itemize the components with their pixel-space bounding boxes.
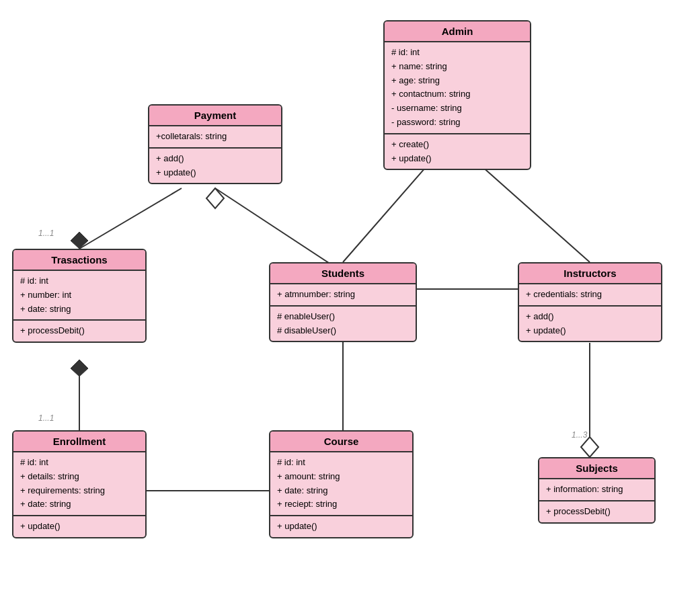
enrollment-header: Enrollment bbox=[13, 432, 145, 452]
payment-class: Payment +colletarals: string + add() + u… bbox=[148, 104, 282, 184]
payment-attributes: +colletarals: string bbox=[149, 126, 281, 149]
students-attributes: + atmnumber: string bbox=[270, 284, 416, 307]
svg-line-3 bbox=[215, 188, 343, 272]
course-methods: + update() bbox=[270, 516, 412, 537]
multiplicity-transactions-enrollment: 1...1 bbox=[38, 413, 54, 423]
svg-line-5 bbox=[79, 188, 182, 249]
instructors-methods: + add() + update() bbox=[519, 307, 661, 341]
students-class: Students + atmnumber: string # enableUse… bbox=[269, 262, 417, 342]
admin-attributes: # id: int + name: string + age: string +… bbox=[385, 42, 530, 134]
transactions-header: Trasactions bbox=[13, 250, 145, 271]
svg-marker-14 bbox=[581, 437, 598, 457]
subjects-class: Subjects + information: string + process… bbox=[538, 457, 656, 524]
subjects-header: Subjects bbox=[539, 458, 654, 479]
students-header: Students bbox=[270, 264, 416, 284]
subjects-attributes: + information: string bbox=[539, 479, 654, 501]
payment-header: Payment bbox=[149, 106, 281, 126]
enrollment-class: Enrollment # id: int + details: string +… bbox=[12, 430, 147, 538]
multiplicity-instructors-subjects: 1...3 bbox=[572, 430, 587, 440]
svg-marker-6 bbox=[71, 232, 88, 249]
payment-methods: + add() + update() bbox=[149, 149, 281, 184]
admin-header: Admin bbox=[385, 22, 530, 42]
instructors-class: Instructors + credentials: string + add(… bbox=[518, 262, 662, 342]
course-header: Course bbox=[270, 432, 412, 452]
svg-marker-8 bbox=[71, 360, 88, 376]
students-methods: # enableUser() # disableUser() bbox=[270, 307, 416, 341]
subjects-methods: + processDebit() bbox=[539, 501, 654, 522]
enrollment-attributes: # id: int + details: string + requiremen… bbox=[13, 452, 145, 516]
transactions-methods: + processDebit() bbox=[13, 321, 145, 341]
uml-diagram: Admin # id: int + name: string + age: st… bbox=[0, 0, 700, 605]
enrollment-methods: + update() bbox=[13, 516, 145, 537]
course-attributes: # id: int + amount: string + date: strin… bbox=[270, 452, 412, 516]
instructors-attributes: + credentials: string bbox=[519, 284, 661, 307]
course-class: Course # id: int + amount: string + date… bbox=[269, 430, 414, 538]
admin-methods: + create() + update() bbox=[385, 134, 530, 169]
transactions-attributes: # id: int + number: int + date: string bbox=[13, 271, 145, 321]
multiplicity-transactions-payment: 1...1 bbox=[38, 229, 54, 238]
svg-marker-4 bbox=[206, 188, 224, 208]
admin-class: Admin # id: int + name: string + age: st… bbox=[383, 20, 531, 170]
transactions-class: Trasactions # id: int + number: int + da… bbox=[12, 249, 147, 343]
instructors-header: Instructors bbox=[519, 264, 661, 284]
